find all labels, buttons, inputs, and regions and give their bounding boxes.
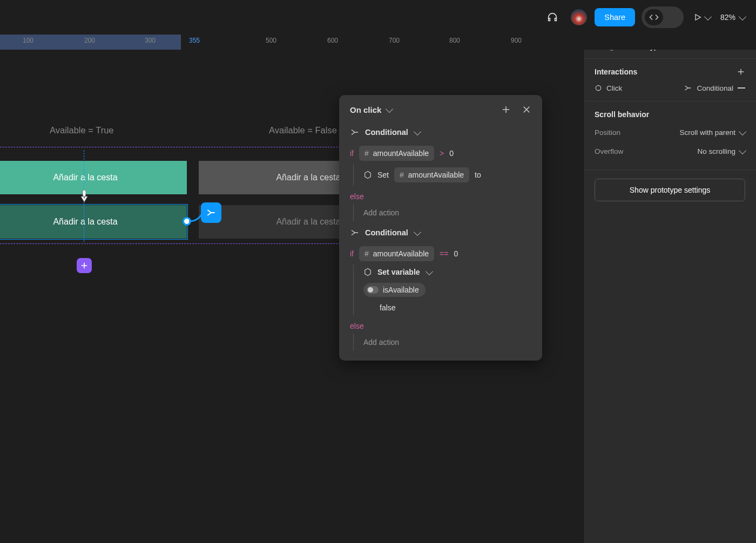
share-button[interactable]: Share [595,8,635,26]
dev-mode-toggle[interactable] [642,6,684,28]
scroll-position-label: Position [595,128,620,137]
if-body: Set variable isAvailable false [353,264,531,315]
hash-icon: # [364,249,369,258]
chevron-down-icon [739,147,746,154]
if-keyword: if [350,149,354,158]
section-title: Scroll behavior [595,110,649,119]
add-interaction-button[interactable] [737,67,745,76]
variant-label-false: Available = False [269,125,337,135]
zoom-dropdown[interactable]: 82% [720,13,745,22]
ruler-tick: 600 [327,37,338,44]
scroll-position-row: Position Scroll with parent [595,123,745,142]
section-title: Interactions [595,67,637,76]
popup-header: On click [339,95,542,121]
chevron-down-icon [414,127,421,135]
chevron-down-icon [739,12,746,20]
button-variant-true[interactable]: Añadir a la cesta [0,161,187,194]
scroll-overflow-label: Overflow [595,147,623,155]
horizontal-ruler: 100 200 300 355 500 600 700 800 900 [0,35,756,50]
interaction-trigger-label: Click [606,84,622,92]
scroll-overflow-dropdown[interactable]: No scrolling [697,147,745,155]
boolean-variable-pill[interactable]: isAvailable [363,283,426,297]
add-action-button[interactable]: Add action [363,334,531,351]
ruler-tick: 900 [511,37,522,44]
set-variable-dropdown[interactable]: Set variable [363,264,531,280]
value-row[interactable]: false [363,300,531,315]
transition-arrow-down-icon [78,189,91,204]
button-variant-true-hover[interactable]: Añadir a la cesta [0,205,187,239]
value-zero: 0 [449,149,454,158]
svg-point-0 [596,85,600,90]
code-icon [645,9,663,25]
remove-interaction-button[interactable] [738,87,745,89]
variant-label-true: Available = True [50,125,113,135]
ruler-tick: 700 [389,37,400,44]
variable-pill[interactable]: #amountAvailable [359,246,434,261]
ruler-tick: 200 [84,37,95,44]
chevron-down-icon [386,105,393,112]
properties-panel: Design Prototype Interactions Click Cond… [583,35,756,543]
else-keyword: else [350,192,364,201]
if-condition-row[interactable]: if #amountAvailable > 0 [350,142,531,164]
ruler-tick: 500 [266,37,276,44]
chevron-down-icon [704,12,712,20]
top-toolbar: Share 82% [531,0,756,35]
chevron-down-icon [426,267,433,275]
conditional-header[interactable]: Conditional [350,124,531,142]
prototype-settings-section: Show prototype settings [584,169,756,210]
to-label: to [475,171,481,179]
interaction-details-popup: On click Conditional if #amountAvailable… [339,95,542,361]
set-label: Set [377,171,389,179]
else-body: Add action [353,204,531,221]
hash-icon: # [400,171,404,179]
ruler-tick: 300 [145,37,156,44]
close-icon[interactable] [522,105,531,114]
show-prototype-settings-button[interactable]: Show prototype settings [595,179,745,201]
variable-hexagon-icon [363,268,372,276]
add-action-button[interactable]: Add action [363,204,531,221]
interaction-row[interactable]: Click Conditional [595,84,745,92]
hash-icon: # [364,149,369,158]
add-variant-button[interactable] [77,258,92,273]
variable-hexagon-icon [363,171,372,179]
chevron-down-icon [414,228,421,235]
click-icon [595,84,602,92]
ruler-tick: 800 [449,37,460,44]
toggle-icon [367,286,379,294]
interaction-action-label: Conditional [697,84,733,92]
prototype-action-node[interactable] [201,202,221,223]
variable-pill[interactable]: #amountAvailable [359,146,434,161]
operator-gt: > [440,149,444,158]
set-action-row[interactable]: Set #amountAvailable to [363,164,531,186]
conditional-icon [350,228,360,237]
conditional-icon [684,84,692,92]
operator-eq: == [440,249,448,258]
value-zero: 0 [454,249,458,258]
else-keyword: else [350,322,364,330]
ruler-tick: 100 [23,37,33,44]
add-action-icon[interactable] [501,105,511,114]
ruler-tick-active: 355 [189,37,200,44]
if-keyword: if [350,249,354,258]
if-condition-row[interactable]: if #amountAvailable == 0 [350,243,531,264]
present-button[interactable] [690,10,714,25]
conditional-block-1: Conditional if #amountAvailable > 0 Set … [339,121,542,221]
else-body: Add action [353,334,531,351]
avatar[interactable] [570,8,588,26]
scroll-position-dropdown[interactable]: Scroll with parent [679,128,745,137]
scroll-behavior-section: Scroll behavior Position Scroll with par… [584,101,756,169]
trigger-dropdown[interactable]: On click [350,105,392,114]
conditional-header[interactable]: Conditional [350,225,531,243]
conditional-block-2: Conditional if #amountAvailable == 0 Set… [339,221,542,351]
scroll-overflow-row: Overflow No scrolling [595,142,745,161]
variable-pill[interactable]: #amountAvailable [394,167,469,182]
audio-icon[interactable] [542,6,563,28]
if-body: Set #amountAvailable to [353,164,531,186]
conditional-icon [350,127,360,137]
interactions-section: Interactions Click Conditional [584,58,756,101]
chevron-down-icon [739,128,746,135]
